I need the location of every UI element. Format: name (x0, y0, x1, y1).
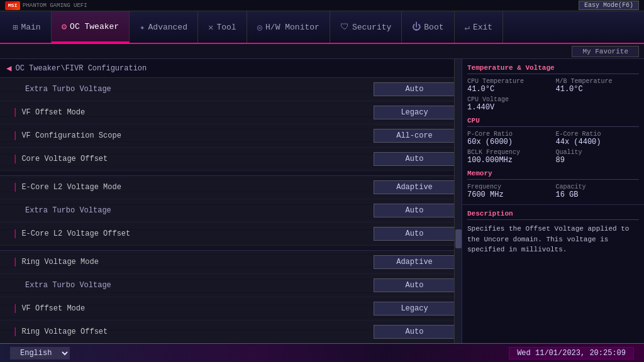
favorite-button[interactable]: My Favorite (572, 46, 639, 57)
item-value[interactable]: Auto (374, 278, 455, 292)
tab-security[interactable]: 🛡 Security (330, 11, 402, 43)
item-value[interactable]: Auto (374, 325, 455, 339)
datetime-display: Wed 11/01/2023, 20:25:09 (509, 347, 634, 359)
ecore-value: 44x (4400) (556, 138, 640, 146)
mb-temp-value: 41.0°C (556, 85, 640, 94)
item-value[interactable]: Adaptive (374, 180, 455, 194)
msi-logo: MSI (5, 1, 20, 10)
bclk-value: 100.000MHz (467, 156, 551, 165)
cpu-title: CPU (467, 117, 639, 127)
tab-security-label: Security (352, 23, 391, 32)
indicator-icon: | (13, 327, 18, 337)
tab-hw-monitor[interactable]: ◎ H/W Monitor (247, 11, 330, 43)
nav-bar: ⊞ Main ⚙ OC Tweaker ✦ Advanced ✕ Tool ◎ … (0, 11, 644, 44)
item-value[interactable]: Legacy (374, 106, 455, 119)
ecore-section: E-Core Ratio 44x (4400) (556, 131, 640, 146)
item-name: Ring Voltage Offset (21, 327, 374, 336)
temp-voltage-title: Temperature & Voltage (467, 64, 639, 74)
pcore-label: P-Core Ratio (467, 131, 551, 138)
quality-label: Quality (556, 149, 640, 156)
freq-section: Frequency 7600 MHz (467, 184, 551, 199)
menu-item-vf-config[interactable]: | VF Configuration Scope All-core (0, 124, 462, 148)
menu-item-extra-turbo-1[interactable]: Extra Turbo Voltage Auto (0, 78, 462, 101)
item-name: E-Core L2 Voltage Offset (21, 229, 374, 238)
menu-item-ring-voltage-mode[interactable]: | Ring Voltage Mode Adaptive (0, 251, 462, 274)
hw-icon: ◎ (257, 22, 262, 33)
tab-boot[interactable]: ⏻ Boot (402, 11, 454, 43)
item-value[interactable]: Auto (374, 204, 455, 217)
menu-item-vf-offset-1[interactable]: | VF Offset Mode Legacy (0, 101, 462, 124)
memory-stats-grid: Frequency 7600 MHz Capacity 16 GB (467, 184, 639, 199)
capacity-section: Capacity 16 GB (556, 184, 640, 199)
item-value[interactable]: Legacy (374, 302, 455, 315)
indicator-icon: | (13, 229, 18, 239)
logo-area: MSI PHANTOM GAMING UEFI (5, 1, 87, 10)
tab-main[interactable]: ⊞ Main (3, 11, 52, 43)
menu-item-core-voltage[interactable]: | Core Voltage Offset Auto (0, 148, 462, 171)
menu-item-extra-turbo-2[interactable]: Extra Turbo Voltage Auto (0, 199, 462, 222)
tab-oc-tweaker[interactable]: ⚙ OC Tweaker (52, 11, 130, 43)
status-bar: English Wed 11/01/2023, 20:25:09 (0, 343, 644, 362)
capacity-label: Capacity (556, 184, 640, 190)
quality-section: Quality 89 (556, 149, 640, 165)
main-icon: ⊞ (13, 22, 18, 33)
tab-tool-label: Tool (216, 23, 236, 32)
language-selector[interactable]: English (10, 347, 70, 359)
tab-tool[interactable]: ✕ Tool (198, 11, 247, 43)
mb-temp-section: M/B Temperature 41.0°C (556, 78, 640, 94)
indicator-icon: | (13, 107, 18, 118)
item-value[interactable]: Auto (374, 152, 455, 166)
logo-subtitle: PHANTOM GAMING UEFI (23, 3, 87, 9)
cpu-temp-label: CPU Temperature 41.0°C (467, 78, 551, 94)
favorite-bar: My Favorite (0, 44, 644, 59)
item-value[interactable]: Adaptive (374, 255, 455, 269)
indicator-icon: | (13, 257, 18, 267)
cpu-voltage-section: CPU Voltage 1.440V (467, 96, 639, 112)
tab-advanced[interactable]: ✦ Advanced (130, 11, 198, 43)
menu-item-ring-voltage-offset[interactable]: | Ring Voltage Offset Auto (0, 321, 462, 343)
indicator-icon: | (13, 154, 18, 164)
cpu-temp-value: 41.0°C (467, 85, 551, 94)
advanced-icon: ✦ (140, 22, 145, 33)
item-name: VF Offset Mode (21, 304, 374, 313)
breadcrumb: ◀ OC Tweaker\FIVR Configuration (0, 59, 462, 78)
tab-oc-label: OC Tweaker (70, 22, 119, 31)
menu-item-ecore-l2-offset[interactable]: | E-Core L2 Voltage Offset Auto (0, 222, 462, 246)
indicator-icon: | (13, 131, 18, 141)
right-panel: Temperature & Voltage CPU Temperature 41… (462, 59, 644, 343)
desc-text: Specifies the Offset Voltage applied to … (467, 224, 639, 255)
item-value[interactable]: Auto (374, 227, 455, 241)
ecore-label: E-Core Ratio (556, 131, 640, 138)
menu-item-vf-offset-2[interactable]: | VF Offset Mode Legacy (0, 297, 462, 321)
menu-item-ecore-l2-mode[interactable]: | E-Core L2 Voltage Mode Adaptive (0, 176, 462, 199)
stats-grid: CPU Temperature 41.0°C M/B Temperature 4… (467, 78, 639, 112)
item-name: Core Voltage Offset (21, 155, 374, 163)
pcore-value: 60x (6000) (467, 138, 551, 146)
item-name: VF Offset Mode (21, 108, 374, 117)
menu-section: Extra Turbo Voltage Auto | VF Offset Mod… (0, 78, 462, 343)
tab-exit-label: Exit (473, 23, 492, 32)
menu-item-extra-turbo-3[interactable]: Extra Turbo Voltage Auto (0, 274, 462, 297)
scroll-thumb[interactable] (455, 229, 462, 248)
breadcrumb-path: OC Tweaker\FIVR Configuration (15, 64, 147, 73)
scrollbar[interactable] (454, 59, 462, 343)
main-content: ◀ OC Tweaker\FIVR Configuration Extra Tu… (0, 59, 644, 343)
quality-value: 89 (556, 156, 640, 165)
mb-temp-label: M/B Temperature (556, 78, 640, 85)
easy-mode-button[interactable]: Easy Mode(F6) (579, 1, 639, 10)
cpu-voltage-label: CPU Voltage (467, 96, 639, 103)
item-value[interactable]: All-core (374, 129, 455, 143)
item-name: E-Core L2 Voltage Mode (21, 183, 374, 192)
item-name: Ring Voltage Mode (21, 258, 374, 266)
item-value[interactable]: Auto (374, 82, 455, 96)
capacity-value: 16 GB (556, 190, 640, 199)
boot-icon: ⏻ (412, 22, 421, 32)
breadcrumb-arrow[interactable]: ◀ (6, 63, 11, 74)
indicator-icon: | (13, 304, 18, 314)
tab-exit[interactable]: ↵ Exit (455, 11, 504, 43)
memory-title: Memory (467, 170, 639, 180)
item-name: Extra Turbo Voltage (25, 281, 374, 290)
stats-section: Temperature & Voltage CPU Temperature 41… (462, 59, 644, 205)
tab-boot-label: Boot (424, 23, 443, 32)
oc-icon: ⚙ (62, 21, 67, 32)
